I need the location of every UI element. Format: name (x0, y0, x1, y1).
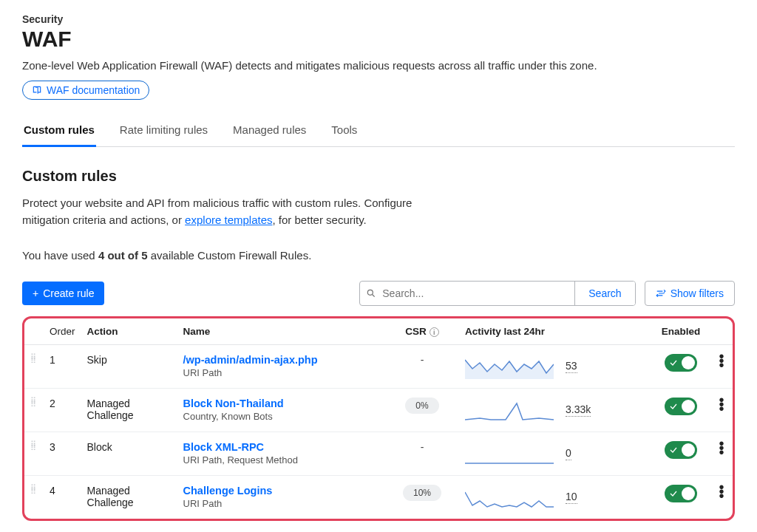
enabled-toggle[interactable] (665, 354, 697, 372)
row-menu-button[interactable]: ••• (716, 354, 727, 367)
rule-order: 2 (44, 389, 81, 432)
row-menu-button[interactable]: ••• (716, 398, 727, 411)
plus-icon: + (33, 287, 38, 299)
rule-action: Managed Challenge (81, 476, 177, 519)
table-row: ⠿⠿ 4 Managed Challenge Challenge Logins … (24, 476, 733, 519)
rules-table: Order Action Name CSRi Activity last 24h… (24, 318, 733, 519)
usage-before: You have used (22, 249, 98, 262)
drag-handle[interactable]: ⠿⠿ (24, 476, 44, 519)
search-icon (366, 288, 376, 299)
check-icon (669, 446, 678, 454)
tabs-bar: Custom rulesRate limiting rulesManaged r… (22, 116, 735, 147)
activity-count[interactable]: 53 (566, 360, 577, 373)
col-action: Action (81, 318, 177, 345)
csr-value: - (421, 354, 424, 366)
csr-badge: 10% (403, 485, 441, 501)
csr-value: - (421, 441, 424, 453)
rule-subtitle: Country, Known Bots (183, 411, 379, 422)
page-title: WAF (22, 27, 735, 52)
sparkline (465, 398, 554, 423)
usage-count: 4 out of 5 (98, 249, 148, 262)
activity-count[interactable]: 3.33k (566, 403, 591, 417)
rules-table-container: Order Action Name CSRi Activity last 24h… (22, 316, 735, 521)
rule-subtitle: URI Path, Request Method (183, 454, 379, 466)
toolbar: + Create rule Search Show filters (22, 281, 735, 306)
search-button[interactable]: Search (574, 282, 634, 305)
create-rule-label: Create rule (43, 287, 94, 299)
row-menu-button[interactable]: ••• (716, 441, 727, 454)
svg-point-0 (368, 290, 373, 295)
row-menu-button[interactable]: ••• (716, 485, 727, 498)
doc-link-label: WAF documentation (47, 84, 140, 96)
usage-after: available Custom Firewall Rules. (148, 249, 312, 262)
rule-action: Block (81, 432, 177, 476)
filters-icon (656, 288, 666, 299)
col-activity: Activity last 24hr (459, 318, 651, 345)
page-description: Zone-level Web Application Firewall (WAF… (22, 59, 735, 72)
rule-order: 3 (44, 432, 81, 476)
tab-custom-rules[interactable]: Custom rules (22, 116, 96, 147)
table-row: ⠿⠿ 1 Skip /wp-admin/admin-ajax.php URI P… (24, 345, 733, 389)
col-order: Order (44, 318, 81, 345)
rule-name-link[interactable]: Block XML-RPC (183, 441, 379, 453)
info-icon[interactable]: i (430, 327, 439, 337)
csr-badge: 0% (405, 398, 438, 414)
activity-count[interactable]: 0 (566, 447, 571, 460)
tab-tools[interactable]: Tools (330, 116, 359, 146)
rule-name-link[interactable]: Challenge Logins (183, 485, 379, 497)
waf-documentation-link[interactable]: WAF documentation (22, 81, 149, 100)
drag-handle[interactable]: ⠿⠿ (24, 389, 44, 432)
create-rule-button[interactable]: + Create rule (22, 282, 104, 305)
rule-action: Skip (81, 345, 177, 389)
enabled-toggle[interactable] (665, 441, 697, 459)
section-desc-text-after: , for better security. (273, 214, 367, 226)
enabled-toggle[interactable] (665, 485, 697, 502)
rule-subtitle: URI Path (183, 367, 379, 378)
show-filters-button[interactable]: Show filters (645, 281, 735, 306)
usage-line: You have used 4 out of 5 available Custo… (22, 249, 735, 262)
check-icon (669, 489, 678, 498)
show-filters-label: Show filters (671, 287, 724, 299)
sparkline (465, 485, 554, 510)
rule-subtitle: URI Path (183, 498, 379, 509)
rule-order: 1 (44, 345, 81, 389)
rule-action: Managed Challenge (81, 389, 177, 432)
rule-name-link[interactable]: /wp-admin/admin-ajax.php (183, 354, 379, 366)
section-description: Protect your website and API from malici… (22, 195, 436, 228)
table-row: ⠿⠿ 3 Block Block XML-RPC URI Path, Reque… (24, 432, 733, 476)
search-input[interactable] (360, 282, 574, 305)
activity-count[interactable]: 10 (566, 491, 577, 504)
breadcrumb: Security (22, 13, 735, 25)
check-icon (669, 358, 678, 367)
col-name: Name (177, 318, 385, 345)
tab-managed-rules[interactable]: Managed rules (231, 116, 308, 146)
table-row: ⠿⠿ 2 Managed Challenge Block Non-Thailan… (24, 389, 733, 432)
rule-order: 4 (44, 476, 81, 519)
sparkline (465, 441, 554, 466)
drag-handle[interactable]: ⠿⠿ (24, 432, 44, 476)
book-icon (32, 85, 42, 95)
explore-templates-link[interactable]: explore templates (185, 214, 272, 226)
rule-name-link[interactable]: Block Non-Thailand (183, 398, 379, 409)
search-wrap: Search (359, 281, 635, 306)
tab-rate-limiting-rules[interactable]: Rate limiting rules (118, 116, 209, 146)
drag-handle[interactable]: ⠿⠿ (24, 345, 44, 389)
check-icon (669, 402, 678, 411)
enabled-toggle[interactable] (665, 398, 697, 415)
sparkline (465, 354, 554, 379)
col-csr: CSRi (385, 318, 459, 345)
col-enabled: Enabled (651, 318, 710, 345)
section-title: Custom rules (22, 168, 735, 185)
